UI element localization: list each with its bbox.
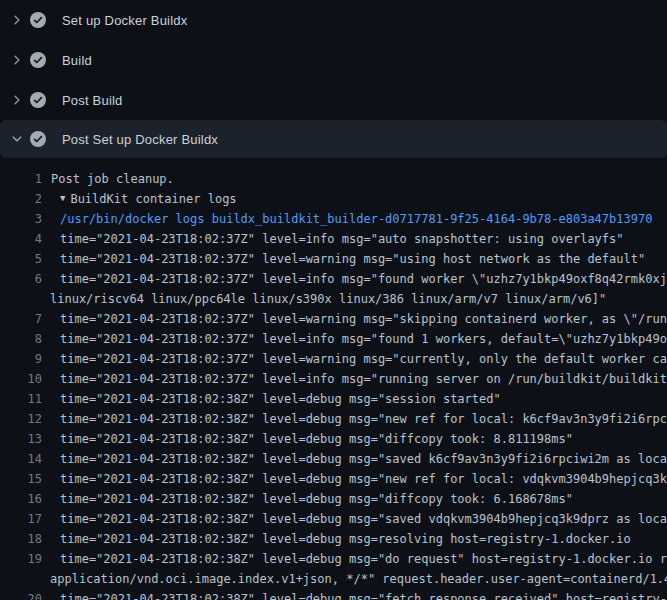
step-label: Post Build [62,93,123,108]
log-line: 17time="2021-04-23T18:02:38Z" level=debu… [0,509,667,529]
log-group-title[interactable]: BuildKit container logs [70,192,236,206]
log-text: Post job cleanup. [51,172,174,186]
log-text: time="2021-04-23T18:02:37Z" level=info m… [60,372,667,386]
log-text: time="2021-04-23T18:02:38Z" level=debug … [60,412,667,426]
chevron-right-icon [11,94,23,106]
chevron-down-icon [11,133,23,145]
line-number[interactable]: 14 [0,452,42,466]
log-text: time="2021-04-23T18:02:37Z" level=info m… [60,232,624,246]
log-line: 15time="2021-04-23T18:02:38Z" level=debu… [0,469,667,489]
line-number[interactable]: 17 [0,512,42,526]
log-text: time="2021-04-23T18:02:38Z" level=debug … [60,492,573,506]
log-line: 5time="2021-04-23T18:02:37Z" level=warni… [0,249,667,269]
log-line: 11time="2021-04-23T18:02:38Z" level=debu… [0,389,667,409]
line-number[interactable]: 16 [0,492,42,506]
check-circle-icon [30,52,46,68]
line-number[interactable]: 13 [0,432,42,446]
step-label: Set up Docker Buildx [62,13,187,28]
line-number[interactable]: 3 [0,212,42,226]
line-number[interactable]: 1 [0,172,42,186]
log-line: 12time="2021-04-23T18:02:38Z" level=debu… [0,409,667,429]
log-line: 20time="2021-04-23T18:02:38Z" level=debu… [0,589,667,600]
log-text: time="2021-04-23T18:02:37Z" level=warnin… [60,312,667,326]
log-text: time="2021-04-23T18:02:37Z" level=info m… [60,272,667,286]
log-command-text: /usr/bin/docker logs buildx_buildkit_bui… [60,212,652,226]
log-text: time="2021-04-23T18:02:37Z" level=warnin… [60,252,645,266]
log-line: 18time="2021-04-23T18:02:38Z" level=debu… [0,529,667,549]
line-number[interactable]: 19 [0,552,42,566]
line-number[interactable]: 7 [0,312,42,326]
line-number[interactable]: 8 [0,332,42,346]
step-row-build[interactable]: Build [0,40,667,80]
check-circle-icon [30,131,46,147]
step-row-post-build[interactable]: Post Build [0,80,667,120]
log-text: time="2021-04-23T18:02:37Z" level=info m… [60,332,667,346]
log-line: 13time="2021-04-23T18:02:38Z" level=debu… [0,429,667,449]
log-line: 14time="2021-04-23T18:02:38Z" level=debu… [0,449,667,469]
line-number[interactable]: 2 [0,192,42,206]
log-text: time="2021-04-23T18:02:38Z" level=debug … [60,532,631,546]
log-line: 6time="2021-04-23T18:02:37Z" level=info … [0,269,667,289]
step-label: Post Set up Docker Buildx [62,132,218,147]
log-line: 8time="2021-04-23T18:02:37Z" level=info … [0,329,667,349]
log-text: time="2021-04-23T18:02:38Z" level=debug … [60,392,501,406]
log-text: time="2021-04-23T18:02:38Z" level=debug … [60,592,667,600]
log-text: time="2021-04-23T18:02:38Z" level=debug … [60,472,667,486]
log-text: time="2021-04-23T18:02:38Z" level=debug … [60,552,667,566]
steps-list: Set up Docker Buildx Build Post Build [0,0,667,158]
log-line-continuation: linux/riscv64 linux/ppc64le linux/s390x … [0,289,667,309]
log-line: 9time="2021-04-23T18:02:37Z" level=warni… [0,349,667,369]
log-line: 3/usr/bin/docker logs buildx_buildkit_bu… [0,209,667,229]
line-number[interactable]: 6 [0,272,42,286]
line-number[interactable]: 12 [0,412,42,426]
log-text: time="2021-04-23T18:02:37Z" level=warnin… [60,352,667,366]
line-number[interactable]: 4 [0,232,42,246]
line-number[interactable]: 20 [0,592,42,600]
log-line: 2▼BuildKit container logs [0,189,667,209]
chevron-right-icon [11,14,23,26]
log-line: 1Post job cleanup. [0,169,667,189]
check-circle-icon [30,92,46,108]
log-line: 4time="2021-04-23T18:02:37Z" level=info … [0,229,667,249]
line-number[interactable]: 5 [0,252,42,266]
line-number[interactable]: 11 [0,392,42,406]
check-circle-icon [30,12,46,28]
log-text: time="2021-04-23T18:02:38Z" level=debug … [60,452,667,466]
group-expanded-icon[interactable]: ▼ [60,193,65,203]
log-line: 10time="2021-04-23T18:02:37Z" level=info… [0,369,667,389]
chevron-right-icon [11,54,23,66]
line-number[interactable]: 18 [0,532,42,546]
log-line: 19time="2021-04-23T18:02:38Z" level=debu… [0,549,667,569]
log-text: linux/riscv64 linux/ppc64le linux/s390x … [50,292,606,306]
log-line-continuation: application/vnd.oci.image.index.v1+json,… [0,569,667,589]
log-line: 7time="2021-04-23T18:02:37Z" level=warni… [0,309,667,329]
step-row-post-set-up-docker-buildx[interactable]: Post Set up Docker Buildx [0,120,667,158]
line-number[interactable]: 15 [0,472,42,486]
line-number[interactable]: 10 [0,372,42,386]
log-text: application/vnd.oci.image.index.v1+json,… [50,572,667,586]
log-text: time="2021-04-23T18:02:38Z" level=debug … [60,432,573,446]
line-number[interactable]: 9 [0,352,42,366]
log-line: 16time="2021-04-23T18:02:38Z" level=debu… [0,489,667,509]
step-row-set-up-docker-buildx[interactable]: Set up Docker Buildx [0,0,667,40]
step-label: Build [62,53,92,68]
log-viewer: 1Post job cleanup.2▼BuildKit container l… [0,160,667,600]
log-text: time="2021-04-23T18:02:38Z" level=debug … [60,512,667,526]
